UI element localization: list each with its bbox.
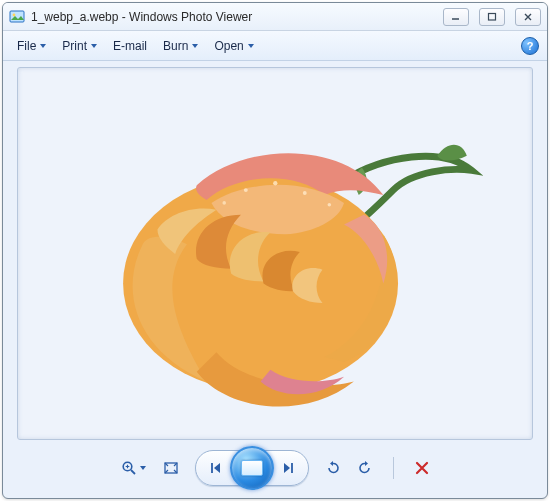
slideshow-button[interactable] (230, 446, 274, 490)
chevron-down-icon (248, 44, 254, 48)
menu-file-label: File (17, 39, 36, 53)
minimize-button[interactable] (443, 8, 469, 26)
chevron-down-icon (91, 44, 97, 48)
next-button[interactable] (272, 452, 304, 484)
fit-window-icon (163, 460, 179, 476)
rotate-ccw-button[interactable] (319, 455, 347, 481)
menu-email[interactable]: E-mail (107, 36, 153, 56)
menu-bar: File Print E-mail Burn Open ? (3, 31, 547, 61)
svg-rect-0 (10, 11, 24, 22)
svg-point-8 (222, 201, 226, 205)
svg-point-6 (302, 191, 306, 195)
maximize-button[interactable] (479, 8, 505, 26)
menu-file[interactable]: File (11, 36, 52, 56)
help-icon: ? (527, 40, 534, 52)
svg-point-5 (273, 181, 277, 185)
menu-open-label: Open (214, 39, 243, 53)
help-button[interactable]: ? (521, 37, 539, 55)
app-window: 1_webp_a.webp - Windows Photo Viewer Fil… (2, 2, 548, 499)
title-bar[interactable]: 1_webp_a.webp - Windows Photo Viewer (3, 3, 547, 31)
chevron-down-icon (140, 466, 146, 470)
zoom-button[interactable] (115, 455, 153, 481)
slideshow-icon (241, 460, 263, 476)
menu-burn[interactable]: Burn (157, 36, 204, 56)
menu-print-label: Print (62, 39, 87, 53)
photo-image (44, 87, 507, 421)
delete-icon (415, 461, 429, 475)
chevron-down-icon (40, 44, 46, 48)
magnifier-icon (121, 460, 137, 476)
rotate-ccw-icon (325, 460, 341, 476)
window-title: 1_webp_a.webp - Windows Photo Viewer (31, 10, 443, 24)
next-icon (280, 460, 296, 476)
window-controls (443, 8, 541, 26)
app-icon (9, 9, 25, 25)
svg-point-7 (327, 203, 331, 207)
menu-print[interactable]: Print (56, 36, 103, 56)
menu-open[interactable]: Open (208, 36, 259, 56)
close-button[interactable] (515, 8, 541, 26)
navigation-cluster (195, 450, 309, 486)
image-viewport[interactable] (17, 67, 533, 440)
rotate-cw-icon (357, 460, 373, 476)
delete-button[interactable] (408, 455, 436, 481)
rotate-cw-button[interactable] (351, 455, 379, 481)
svg-point-4 (244, 188, 248, 192)
previous-icon (208, 460, 224, 476)
menu-email-label: E-mail (113, 39, 147, 53)
previous-button[interactable] (200, 452, 232, 484)
fit-window-button[interactable] (157, 455, 185, 481)
bottom-toolbar (3, 442, 547, 498)
chevron-down-icon (192, 44, 198, 48)
svg-rect-2 (489, 13, 496, 20)
menu-burn-label: Burn (163, 39, 188, 53)
svg-point-1 (13, 13, 16, 16)
divider (393, 457, 394, 479)
